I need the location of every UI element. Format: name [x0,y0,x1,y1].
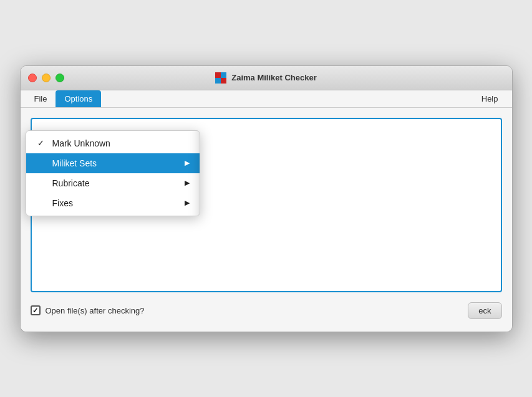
options-dropdown: ✓ Mark Unknown Miliket Sets ▶ ✓ ድን [26,130,200,216]
menubar: File Options Help [21,90,512,108]
check-button[interactable]: eck [468,302,501,319]
maximize-button[interactable] [56,74,64,82]
submenu-arrow-miliket-sets: ▶ [185,159,190,167]
menu-label-rubricate: Rubricate [52,178,90,188]
checkmark-mark-unknown: ✓ [36,138,46,148]
menubar-item-file[interactable]: File [26,90,56,107]
options-menu: ✓ Mark Unknown Miliket Sets ▶ ✓ ድን [26,130,200,216]
menu-label-miliket-sets: Miliket Sets [52,158,97,168]
close-button[interactable] [28,74,37,82]
main-content: ✓ Open file(s) after checking? eck ✓ Mar… [21,108,512,332]
minimize-button[interactable] [42,74,51,82]
menubar-item-help[interactable]: Help [473,90,507,107]
submenu-arrow-fixes: ▶ [185,199,190,207]
checkbox-wrapper: ✓ Open file(s) after checking? [31,305,145,315]
menu-label-fixes: Fixes [52,198,73,208]
menu-item-fixes[interactable]: Fixes ▶ [26,193,200,213]
menubar-item-options[interactable]: Options [56,90,101,107]
menu-item-mark-unknown[interactable]: ✓ Mark Unknown [26,133,200,153]
open-after-check-checkbox[interactable]: ✓ [31,305,41,315]
menu-item-rubricate[interactable]: Rubricate ▶ [26,173,200,193]
window-title: Zaima Miliket Checker [231,73,317,82]
title-bar-content: Zaima Miliket Checker [215,72,317,84]
bottom-bar: ✓ Open file(s) after checking? eck [31,300,502,322]
app-window: Zaima Miliket Checker File Options Help … [20,65,513,332]
traffic-lights [28,74,64,82]
app-icon [215,72,226,84]
menu-item-miliket-sets[interactable]: Miliket Sets ▶ ✓ ድን ✓ ጸሙ፡ድን [26,153,200,173]
menu-label-mark-unknown: Mark Unknown [52,138,110,148]
checkbox-label: Open file(s) after checking? [46,306,145,315]
submenu-arrow-rubricate: ▶ [185,179,190,187]
title-bar: Zaima Miliket Checker [21,66,512,90]
